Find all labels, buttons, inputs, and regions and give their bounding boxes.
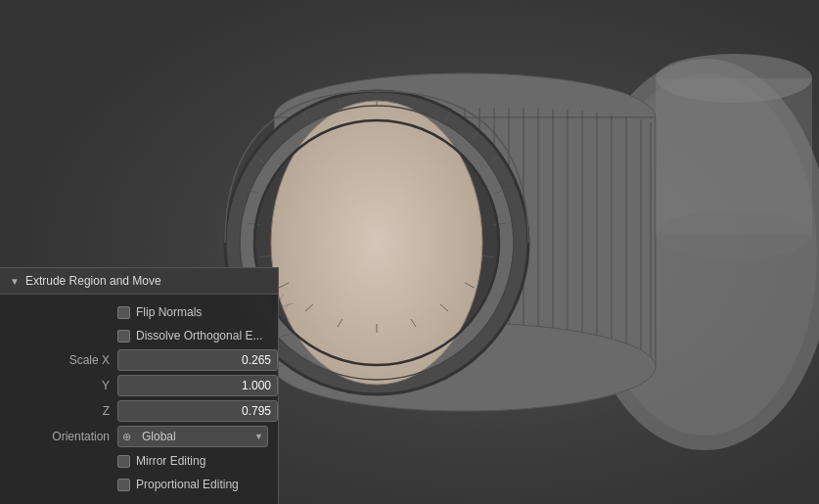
proportional-editing-row: Proportional Editing	[0, 473, 278, 496]
scale-z-label: Z	[10, 404, 117, 418]
operator-panel: ▼ Extrude Region and Move Flip Normals D…	[0, 267, 279, 504]
proportional-editing-label[interactable]: Proportional Editing	[117, 478, 239, 491]
panel-body: Flip Normals Dissolve Orthogonal E... Sc…	[0, 295, 278, 504]
mirror-editing-row: Mirror Editing	[0, 449, 278, 473]
svg-point-63	[656, 210, 812, 259]
orientation-wrapper: ⊕ Global Local Normal Gimbal View Cursor…	[117, 426, 268, 447]
mirror-editing-label[interactable]: Mirror Editing	[117, 454, 205, 468]
scale-x-row: Scale X	[0, 347, 278, 373]
collapse-chevron: ▼	[10, 276, 20, 287]
orientation-select[interactable]: Global Local Normal Gimbal View Cursor	[117, 426, 268, 447]
dissolve-orthogonal-label[interactable]: Dissolve Orthogonal E...	[117, 329, 262, 343]
orientation-row: Orientation ⊕ Global Local Normal Gimbal…	[0, 424, 278, 449]
scale-z-row: Z	[0, 398, 278, 424]
svg-point-35	[271, 101, 482, 385]
flip-normals-label[interactable]: Flip Normals	[117, 305, 202, 319]
dissolve-orthogonal-checkbox[interactable]	[117, 330, 130, 343]
dissolve-orthogonal-row: Dissolve Orthogonal E...	[0, 324, 278, 347]
panel-header[interactable]: ▼ Extrude Region and Move	[0, 268, 278, 295]
scale-y-label: Y	[10, 379, 117, 392]
scale-y-row: Y	[0, 373, 278, 398]
scale-y-input[interactable]	[117, 375, 278, 396]
flip-normals-checkbox[interactable]	[117, 306, 130, 319]
proportional-editing-checkbox[interactable]	[117, 479, 130, 491]
flip-normals-row: Flip Normals	[0, 300, 278, 324]
scale-x-label: Scale X	[10, 353, 117, 367]
mirror-editing-checkbox[interactable]	[117, 455, 130, 468]
scale-x-input[interactable]	[117, 349, 278, 371]
scale-z-input[interactable]	[117, 400, 278, 422]
orientation-label: Orientation	[10, 430, 117, 443]
panel-title: Extrude Region and Move	[25, 274, 161, 288]
